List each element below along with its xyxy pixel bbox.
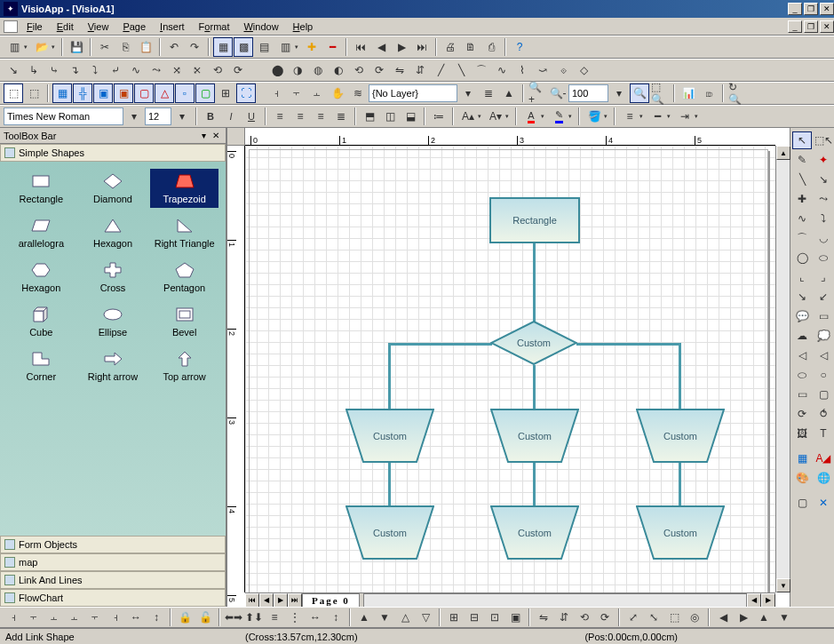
text-tool[interactable]: T: [814, 425, 833, 442]
layer-field[interactable]: [369, 84, 457, 102]
drawing-canvas[interactable]: Rectangle Custom Custom Custom Custom: [245, 146, 775, 592]
select-area-tool[interactable]: ⬚↖: [814, 131, 833, 149]
show-grid[interactable]: ▦: [52, 83, 72, 103]
font-inc-button[interactable]: A▴: [457, 107, 484, 126]
font-family-drop[interactable]: ▾: [124, 107, 144, 126]
size-shrink[interactable]: ⤡: [644, 608, 663, 627]
ungroup-cmd[interactable]: ⊟: [465, 608, 484, 627]
spiral-tool[interactable]: ⥀: [814, 405, 833, 423]
font-size-field[interactable]: [145, 107, 171, 125]
font-size-drop[interactable]: ▾: [172, 107, 192, 126]
path-op8[interactable]: ◇: [574, 60, 593, 80]
group-cmd[interactable]: ⊞: [444, 608, 464, 627]
rotate-r-cmd[interactable]: ⟳: [595, 608, 615, 627]
shape-op-subtract[interactable]: ◑: [288, 60, 307, 80]
maximize-button[interactable]: ❐: [804, 3, 818, 15]
zoom-area[interactable]: ⬚🔍: [650, 83, 670, 103]
copy-button[interactable]: ⎘: [115, 37, 135, 57]
mdi-restore-button[interactable]: ❐: [804, 20, 818, 33]
dist-v2[interactable]: ⋮: [285, 608, 305, 627]
zoom-in-button[interactable]: 🔍+: [528, 83, 547, 103]
conn-zig2[interactable]: ⤪: [187, 60, 207, 80]
shape-op-rotate-cw[interactable]: ⟳: [369, 60, 389, 80]
nudge-u[interactable]: ▲: [754, 608, 774, 627]
align-left[interactable]: ⫞: [4, 608, 23, 627]
container-cmd[interactable]: ▣: [505, 608, 525, 627]
menu-insert[interactable]: Insert: [155, 20, 190, 34]
flowchart-trap[interactable]: Custom: [490, 409, 579, 464]
menu-page[interactable]: Page: [117, 20, 151, 34]
dist-h2[interactable]: ≡: [265, 608, 284, 627]
polyline-tool[interactable]: ⤵: [814, 210, 833, 227]
new-button[interactable]: ▥: [4, 37, 30, 57]
conn-arc1[interactable]: ⟲: [208, 60, 227, 80]
shape-op-intersect[interactable]: ◍: [308, 60, 328, 80]
shape-hex[interactable]: Hexagon: [7, 258, 75, 297]
bezier-tool[interactable]: ∿: [792, 210, 812, 227]
pointer-tool[interactable]: ↖: [792, 131, 812, 149]
flowchart-rect[interactable]: Rectangle: [489, 197, 580, 243]
layer-drop[interactable]: ▾: [458, 83, 478, 103]
connector[interactable]: [388, 343, 391, 410]
connector[interactable]: [388, 343, 492, 346]
page-setup-button[interactable]: ⎙: [481, 37, 501, 57]
menu-help[interactable]: Help: [288, 20, 319, 34]
arrow-style-button[interactable]: ⇥: [674, 107, 701, 126]
conn-straight[interactable]: ↘: [4, 60, 23, 80]
shape-op-union[interactable]: ⬤: [267, 60, 287, 80]
show-guides[interactable]: ╬: [73, 83, 92, 103]
rotate-l-cmd[interactable]: ⟲: [575, 608, 594, 627]
shape-corner[interactable]: Corner: [7, 346, 75, 386]
scroll-up-button[interactable]: ▲: [776, 146, 790, 160]
line-weight-button[interactable]: ━: [647, 107, 673, 126]
ruler-toggle[interactable]: ▤: [254, 37, 274, 57]
path-op1[interactable]: ╱: [431, 60, 450, 80]
line-color-button[interactable]: ✎: [548, 107, 575, 126]
layers-panel[interactable]: ≣: [479, 83, 498, 103]
close-button[interactable]: ✕: [820, 3, 834, 15]
minimize-button[interactable]: _: [788, 3, 802, 15]
snap-toggle[interactable]: ▦: [213, 37, 233, 57]
bold-button[interactable]: B: [201, 107, 220, 126]
help-button[interactable]: ?: [510, 37, 529, 57]
fill-color-button[interactable]: 🪣: [584, 107, 610, 126]
toolbox-close-button[interactable]: ✕: [210, 130, 222, 142]
layer-tool[interactable]: ≋: [348, 83, 368, 103]
scroll-left-button[interactable]: ◀: [747, 593, 761, 608]
cross-tool[interactable]: ✚: [792, 190, 812, 208]
last-page-button[interactable]: ⏭: [412, 37, 432, 57]
connector[interactable]: [679, 463, 681, 507]
align-tool3[interactable]: ⫠: [307, 83, 327, 103]
zoom-fit[interactable]: 🔍: [630, 83, 649, 103]
shape-op-combine[interactable]: ◐: [329, 60, 348, 80]
vertical-scrollbar[interactable]: ▲ ▼: [775, 146, 790, 592]
align-top[interactable]: ⫠: [65, 608, 84, 627]
menu-window[interactable]: Window: [238, 20, 283, 34]
conn-arc2[interactable]: ⟳: [228, 60, 248, 80]
lock-tool[interactable]: 🔒: [175, 608, 195, 627]
arrow-line-tool[interactable]: ↘: [814, 171, 833, 188]
shape-bevel[interactable]: Bevel: [150, 302, 218, 341]
stencil-tool[interactable]: ▦: [792, 449, 812, 467]
closed-curve-tool[interactable]: ⟳: [792, 405, 812, 423]
zoom-field[interactable]: [568, 84, 608, 102]
save-button[interactable]: 💾: [67, 37, 86, 57]
scroll-right-button[interactable]: ▶: [761, 593, 775, 608]
path-op5[interactable]: ⌇: [512, 60, 532, 80]
shape-tarrow[interactable]: Top arrow: [150, 346, 218, 386]
prev-page-button[interactable]: ◀: [371, 37, 391, 57]
section-flowchart[interactable]: FlowChart: [0, 589, 226, 607]
shape-para[interactable]: arallelogra: [7, 213, 75, 252]
chart-tool[interactable]: 📊: [679, 83, 698, 103]
zoom-out-button[interactable]: 🔍-: [548, 83, 568, 103]
dist-v[interactable]: ⬆⬇: [244, 608, 264, 627]
space-h[interactable]: ↔: [306, 608, 325, 627]
fill-ellipse-tool[interactable]: ⬭: [814, 249, 833, 266]
font-family-field[interactable]: [4, 107, 123, 125]
nudge-d[interactable]: ▼: [774, 608, 794, 627]
shape-trap[interactable]: Trapezoid: [150, 169, 218, 208]
show-conn-points[interactable]: ▫: [175, 83, 195, 103]
semicircle-tool[interactable]: ◡: [814, 229, 833, 247]
shape-op-rotate-ccw[interactable]: ⟲: [349, 60, 369, 80]
same-height[interactable]: ↕: [147, 608, 166, 627]
